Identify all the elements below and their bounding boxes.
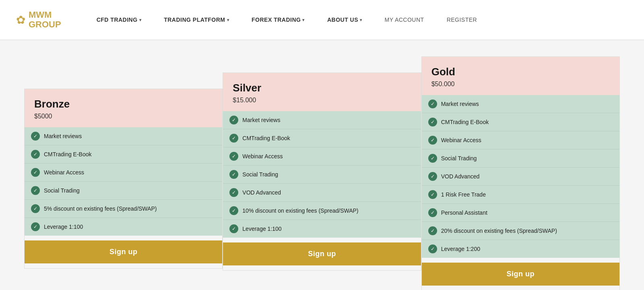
- nav-label: MY ACCOUNT: [385, 17, 424, 23]
- check-icon: ✓: [229, 188, 238, 197]
- check-icon: ✓: [31, 186, 40, 195]
- feature-label: Market reviews: [441, 101, 479, 107]
- chevron-down-icon: ▾: [139, 18, 142, 22]
- feature-label: VOD Advanced: [242, 189, 281, 196]
- check-icon: ✓: [428, 226, 437, 235]
- nav-label: CFD TRADING: [97, 17, 138, 23]
- feature-item: ✓VOD Advanced: [223, 184, 421, 202]
- plan-price-gold: $50.000: [431, 81, 610, 88]
- card-features-gold: ✓Market reviews✓CMTrading E-Book✓Webinar…: [422, 95, 619, 258]
- check-icon: ✓: [428, 99, 437, 108]
- nav-label: TRADING PLATFORM: [164, 17, 225, 23]
- signup-button-silver[interactable]: Sign up: [223, 242, 421, 265]
- plans-container: Bronze$5000✓Market reviews✓CMTrading E-B…: [24, 56, 620, 290]
- feature-label: Webinar Access: [441, 137, 481, 143]
- feature-item: ✓VOD Advanced: [422, 168, 619, 186]
- check-icon: ✓: [428, 244, 437, 253]
- feature-item: ✓Webinar Access: [422, 131, 619, 149]
- feature-label: Leverage 1:100: [44, 224, 83, 230]
- feature-item: ✓CMTrading E-Book: [25, 145, 222, 164]
- feature-label: Webinar Access: [242, 153, 283, 160]
- nav-label: ABOUT US: [327, 17, 358, 23]
- feature-label: Social Trading: [44, 187, 80, 194]
- nav-item-trading-platform[interactable]: TRADING PLATFORM▾: [153, 17, 240, 23]
- signup-button-gold[interactable]: Sign up: [422, 263, 619, 286]
- nav-item-forex-trading[interactable]: FOREX TRADING▾: [240, 17, 316, 23]
- feature-item: ✓Market reviews: [422, 95, 619, 113]
- chevron-down-icon: ▾: [360, 18, 362, 22]
- feature-item: ✓Personal Assistant: [422, 204, 619, 222]
- nav-item-about-us[interactable]: ABOUT US▾: [316, 17, 374, 23]
- nav-item-cfd-trading[interactable]: CFD TRADING▾: [85, 17, 153, 23]
- feature-item: ✓Leverage 1:100: [25, 218, 222, 236]
- feature-item: ✓CMTrading E-Book: [422, 113, 619, 131]
- feature-label: CMTrading E-Book: [242, 135, 290, 141]
- check-icon: ✓: [31, 204, 40, 213]
- feature-label: CMTrading E-Book: [441, 119, 489, 125]
- feature-item: ✓CMTrading E-Book: [223, 129, 421, 147]
- feature-label: CMTrading E-Book: [44, 151, 92, 157]
- logo-text: MWM GROUP: [29, 10, 61, 29]
- feature-item: ✓10% discount on existing fees (Spread/S…: [223, 202, 421, 220]
- feature-label: 1 Risk Free Trade: [441, 191, 486, 198]
- check-icon: ✓: [229, 170, 238, 179]
- card-header-gold: Gold$50.000: [422, 57, 619, 95]
- feature-label: 10% discount on existing fees (Spread/SW…: [242, 207, 358, 214]
- main-nav: CFD TRADING▾TRADING PLATFORM▾FOREX TRADI…: [85, 17, 628, 23]
- card-header-bronze: Bronze$5000: [25, 89, 222, 127]
- signup-button-bronze[interactable]: Sign up: [25, 240, 222, 263]
- check-icon: ✓: [229, 134, 238, 143]
- feature-label: VOD Advanced: [441, 173, 480, 180]
- plan-card-gold: Gold$50.000✓Market reviews✓CMTrading E-B…: [421, 56, 620, 290]
- card-footer-silver: Sign up: [223, 238, 421, 270]
- main-content: Bronze$5000✓Market reviews✓CMTrading E-B…: [0, 40, 644, 290]
- feature-label: Webinar Access: [44, 169, 84, 176]
- check-icon: ✓: [31, 222, 40, 231]
- feature-label: Social Trading: [242, 171, 278, 178]
- feature-item: ✓Market reviews: [25, 127, 222, 145]
- nav-item-register[interactable]: REGISTER: [436, 17, 489, 23]
- check-icon: ✓: [428, 190, 437, 199]
- feature-label: 20% discount on existing fees (Spread/SW…: [441, 228, 557, 234]
- card-features-bronze: ✓Market reviews✓CMTrading E-Book✓Webinar…: [25, 127, 222, 236]
- check-icon: ✓: [229, 206, 238, 215]
- feature-label: Personal Assistant: [441, 209, 487, 216]
- site-header: ✿ MWM GROUP CFD TRADING▾TRADING PLATFORM…: [0, 0, 644, 40]
- logo-icon: ✿: [16, 13, 25, 27]
- plan-card-bronze: Bronze$5000✓Market reviews✓CMTrading E-B…: [24, 89, 223, 269]
- chevron-down-icon: ▾: [302, 18, 305, 22]
- feature-item: ✓Social Trading: [223, 166, 421, 184]
- plan-title-silver: Silver: [233, 82, 411, 94]
- feature-item: ✓20% discount on existing fees (Spread/S…: [422, 222, 619, 240]
- feature-item: ✓Social Trading: [25, 182, 222, 200]
- feature-item: ✓1 Risk Free Trade: [422, 186, 619, 204]
- feature-item: ✓Market reviews: [223, 111, 421, 129]
- nav-label: FOREX TRADING: [252, 17, 301, 23]
- feature-label: 5% discount on existing fees (Spread/SWA…: [44, 205, 157, 212]
- card-features-silver: ✓Market reviews✓CMTrading E-Book✓Webinar…: [223, 111, 421, 238]
- feature-label: Market reviews: [242, 117, 280, 123]
- chevron-down-icon: ▾: [227, 18, 229, 22]
- check-icon: ✓: [428, 172, 437, 181]
- feature-label: Leverage 1:100: [242, 226, 281, 232]
- feature-item: ✓Leverage 1:200: [422, 240, 619, 258]
- feature-item: ✓Webinar Access: [223, 147, 421, 166]
- plan-price-silver: $15.000: [233, 97, 411, 104]
- nav-label: REGISTER: [447, 17, 477, 23]
- plan-title-gold: Gold: [431, 66, 610, 78]
- card-header-silver: Silver$15.000: [223, 73, 421, 111]
- feature-label: Leverage 1:200: [441, 246, 480, 252]
- feature-item: ✓Social Trading: [422, 149, 619, 168]
- check-icon: ✓: [428, 136, 437, 145]
- check-icon: ✓: [229, 116, 238, 124]
- check-icon: ✓: [428, 154, 437, 163]
- logo[interactable]: ✿ MWM GROUP: [16, 10, 61, 29]
- check-icon: ✓: [229, 152, 238, 161]
- check-icon: ✓: [229, 224, 238, 233]
- feature-item: ✓5% discount on existing fees (Spread/SW…: [25, 200, 222, 218]
- nav-item-my-account[interactable]: MY ACCOUNT: [374, 17, 436, 23]
- check-icon: ✓: [428, 208, 437, 217]
- check-icon: ✓: [31, 168, 40, 177]
- plan-price-bronze: $5000: [34, 113, 213, 120]
- card-footer-bronze: Sign up: [25, 236, 222, 268]
